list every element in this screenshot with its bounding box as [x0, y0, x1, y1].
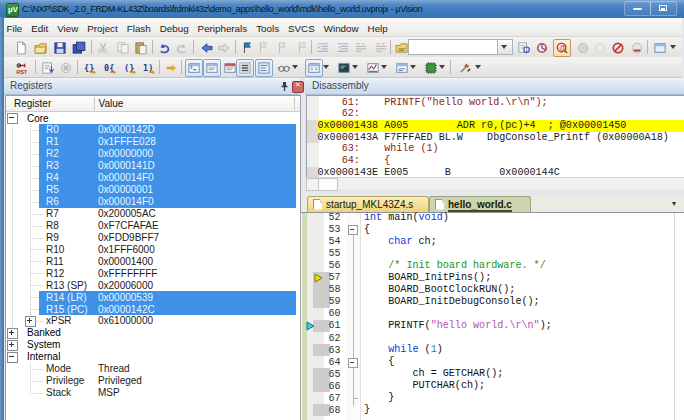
- svg-text:RST: RST: [16, 69, 28, 75]
- svg-text:@: @: [559, 44, 566, 51]
